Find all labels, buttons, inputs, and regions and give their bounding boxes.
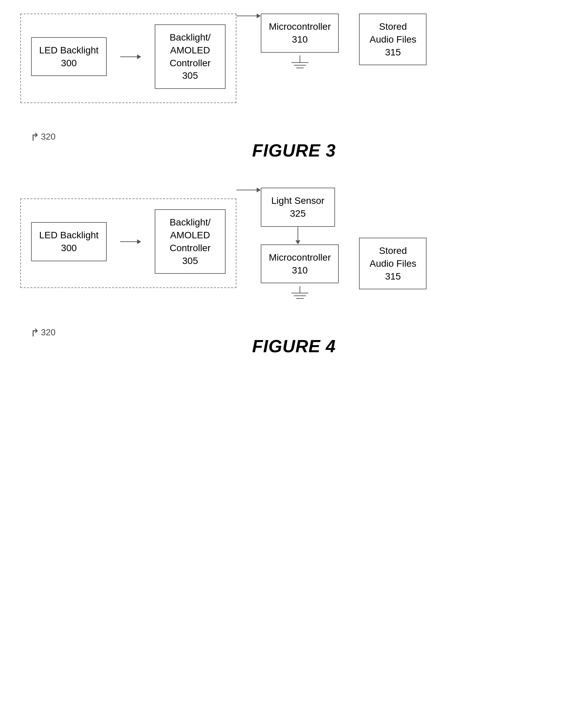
figure4-diagram: LED Backlight 300 Backlight/ AMOLED Cont… bbox=[20, 187, 568, 312]
figure3-ground-h2 bbox=[294, 65, 306, 65]
figure4-audio-line3: 315 bbox=[385, 271, 401, 282]
figure3-dashed-label: ↳ 320 bbox=[30, 130, 56, 143]
figure3-label: FIGURE 3 bbox=[20, 140, 568, 161]
figure4-ground-vert bbox=[299, 286, 300, 293]
figure4-led-line1: LED Backlight bbox=[39, 230, 99, 240]
figure3-ground-h3 bbox=[296, 67, 303, 68]
figure3-diagram: LED Backlight 300 Backlight/ AMOLED Cont… bbox=[20, 14, 568, 117]
figure4-audio-line2: Audio Files bbox=[370, 258, 416, 269]
figure3-arrow2-line bbox=[236, 16, 257, 16]
figure3-curve-symbol: ↳ bbox=[30, 130, 40, 143]
figure4-ls-line1: Light Sensor bbox=[271, 195, 324, 206]
figure4-label: FIGURE 4 bbox=[20, 336, 568, 356]
figure4-ctrl-line1: Backlight/ bbox=[170, 217, 210, 227]
page-container: LED Backlight 300 Backlight/ AMOLED Cont… bbox=[20, 14, 568, 356]
figure4-ctrl-line2: AMOLED bbox=[170, 230, 210, 240]
figure3-micro-line2: 310 bbox=[292, 34, 308, 45]
figure4-vert-connector bbox=[295, 227, 300, 244]
figure4-ls-line2: 325 bbox=[290, 208, 306, 219]
figure4-micro-col: Microcontroller 310 bbox=[261, 244, 339, 299]
figure4-micro-line2: 310 bbox=[292, 265, 308, 276]
figure4-ctrl-line3: Controller bbox=[170, 243, 210, 253]
figure3-ground-h1 bbox=[292, 62, 308, 63]
figure3-audio-line2: Audio Files bbox=[370, 34, 416, 45]
figure3-arrow1-head bbox=[137, 55, 141, 59]
figure4-audio-line1: Stored bbox=[379, 245, 407, 256]
figure3-stored-audio-box: Stored Audio Files 315 bbox=[359, 14, 426, 65]
figure4-arrow1-line bbox=[120, 241, 137, 242]
figure4-arrow1-head bbox=[137, 239, 141, 244]
figure4-ctrl-line4: 305 bbox=[182, 256, 198, 266]
figure3-ctrl-line3: Controller bbox=[170, 58, 210, 68]
figure3-arrow2 bbox=[236, 14, 261, 18]
figure4-arrow1 bbox=[120, 239, 141, 244]
figure3-dashed-box: LED Backlight 300 Backlight/ AMOLED Cont… bbox=[20, 14, 236, 103]
figure4-arrow2-head bbox=[257, 187, 261, 192]
figure4-dashed-box: LED Backlight 300 Backlight/ AMOLED Cont… bbox=[20, 198, 236, 288]
figure3-controller-box: Backlight/ AMOLED Controller 305 bbox=[155, 24, 226, 89]
figure4-ground-h1 bbox=[292, 293, 308, 294]
figure3-micro-line1: Microcontroller bbox=[269, 21, 331, 32]
figure3-label-320: 320 bbox=[41, 132, 56, 142]
figure3-arrow2-head bbox=[257, 14, 261, 18]
figure3-ctrl-line2: AMOLED bbox=[170, 45, 210, 56]
figure4-curve-symbol: ↳ bbox=[30, 326, 40, 339]
figure4-dashed-label: ↳ 320 bbox=[30, 326, 56, 339]
figure3-arrow1 bbox=[120, 55, 141, 59]
figure4-section: LED Backlight 300 Backlight/ AMOLED Cont… bbox=[20, 187, 568, 356]
figure4-ground-h2 bbox=[294, 296, 306, 296]
figure3-led-backlight-box: LED Backlight 300 bbox=[31, 37, 107, 76]
figure3-audio-line1: Stored bbox=[379, 21, 407, 32]
figure3-ctrl-line4: 305 bbox=[182, 70, 198, 81]
figure3-ground-vert bbox=[299, 56, 300, 62]
figure4-vert-line bbox=[297, 227, 298, 240]
figure4-label-320: 320 bbox=[41, 327, 56, 338]
figure4-led-line2: 300 bbox=[61, 243, 77, 253]
figure3-section: LED Backlight 300 Backlight/ AMOLED Cont… bbox=[20, 14, 568, 161]
figure3-audio-line3: 315 bbox=[385, 47, 401, 58]
figure3-ctrl-line1: Backlight/ bbox=[170, 32, 210, 43]
figure4-arrow2-line bbox=[236, 189, 257, 190]
figure4-led-backlight-box: LED Backlight 300 bbox=[31, 222, 107, 261]
figure3-micro-col: Microcontroller 310 bbox=[261, 14, 339, 68]
figure4-light-sensor-box: Light Sensor 325 bbox=[261, 187, 335, 227]
figure3-led-line1: LED Backlight bbox=[39, 45, 99, 56]
figure3-ground bbox=[292, 56, 308, 68]
figure4-vert-arrow-head bbox=[295, 240, 300, 244]
figure4-stored-audio-box: Stored Audio Files 315 bbox=[359, 238, 426, 289]
figure4-micro-line1: Microcontroller bbox=[269, 252, 331, 263]
figure3-led-line2: 300 bbox=[61, 58, 77, 68]
figure4-microcontroller-box: Microcontroller 310 bbox=[261, 244, 339, 284]
figure3-arrow1-line bbox=[120, 57, 137, 57]
figure4-ground bbox=[292, 286, 308, 299]
figure3-microcontroller-box: Microcontroller 310 bbox=[261, 14, 339, 53]
figure4-controller-box: Backlight/ AMOLED Controller 305 bbox=[155, 209, 226, 274]
figure4-ground-h3 bbox=[296, 298, 303, 299]
figure4-arrow2 bbox=[236, 187, 261, 192]
figure4-right-section: Light Sensor 325 Microcontroller bbox=[261, 187, 339, 299]
